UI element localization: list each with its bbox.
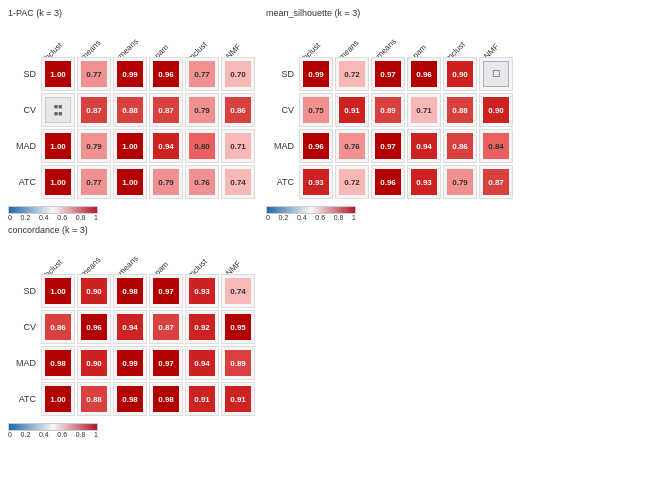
heatmap-cell: 0.71 xyxy=(407,93,441,127)
grid-with-headers: hclustkmeansskmeanspammclustNMFSD0.990.7… xyxy=(266,20,514,221)
heatmap-cell: 1.00 xyxy=(41,382,75,416)
heatmap-cell: 0.93 xyxy=(185,274,219,308)
cell-value: 0.99 xyxy=(303,61,329,87)
cell-value: 0.72 xyxy=(339,169,365,195)
heatmap-cell: 0.93 xyxy=(299,165,333,199)
legend-label: 0.8 xyxy=(76,214,86,221)
heatmap-cell: 0.98 xyxy=(113,382,147,416)
heatmap-cell: 0.91 xyxy=(335,93,369,127)
row-label: ATC xyxy=(8,177,40,187)
cell-value: 0.87 xyxy=(81,97,107,123)
heatmap-cell: 0.79 xyxy=(77,129,111,163)
legend-label: 0.8 xyxy=(334,214,344,221)
heatmap-cell: 0.87 xyxy=(149,310,183,344)
heatmap-cell: 0.90 xyxy=(443,57,477,91)
heatmap-cell: 0.74 xyxy=(221,165,255,199)
row-label: CV xyxy=(8,105,40,115)
legend-bar xyxy=(266,206,356,214)
row-label: ATC xyxy=(266,177,298,187)
table-row: SD0.990.720.970.960.90☐ xyxy=(266,56,514,92)
heatmap-cell: 0.74 xyxy=(221,274,255,308)
heatmap-cell: 0.97 xyxy=(371,57,405,91)
heatmap-cell: 0.96 xyxy=(77,310,111,344)
legend-label: 0.6 xyxy=(315,214,325,221)
heatmap-area: hclustkmeansskmeanspammclustNMFSD1.000.9… xyxy=(8,237,256,438)
cell-value: 0.90 xyxy=(447,61,473,87)
heatmap-cell: 0.77 xyxy=(185,57,219,91)
cell-value: 0.89 xyxy=(375,97,401,123)
heatmap-cell: 1.00 xyxy=(41,165,75,199)
heatmap-cell: 0.98 xyxy=(41,346,75,380)
heatmap-cell: 0.97 xyxy=(371,129,405,163)
cell-value: 0.86 xyxy=(447,133,473,159)
legend-label: 1 xyxy=(352,214,356,221)
legend-label: 0.6 xyxy=(57,214,67,221)
cell-value: 0.76 xyxy=(189,169,215,195)
panel-concordance: concordance (k = 3)hclustkmeansskmeanspa… xyxy=(8,225,256,438)
grid-with-headers: hclustkmeansskmeanspammclustNMFSD1.000.9… xyxy=(8,237,256,438)
heatmap-cell: 0.87 xyxy=(77,93,111,127)
heatmap-cell: 0.76 xyxy=(185,165,219,199)
cell-value: 0.94 xyxy=(153,133,179,159)
cell-value: 0.72 xyxy=(339,61,365,87)
heatmap-cell: 1.00 xyxy=(113,129,147,163)
legend-label: 0.8 xyxy=(76,431,86,438)
heatmap-cell: 0.90 xyxy=(77,274,111,308)
cell-value: 0.93 xyxy=(303,169,329,195)
cell-value: 0.74 xyxy=(225,169,251,195)
legend-label: 0.4 xyxy=(297,214,307,221)
heatmap-cell: 0.97 xyxy=(149,274,183,308)
panel-title: mean_silhouette (k = 3) xyxy=(266,8,360,18)
cell-value: 0.91 xyxy=(339,97,365,123)
heatmap-cell: 0.84 xyxy=(479,129,513,163)
heatmap-cell: 0.89 xyxy=(221,346,255,380)
cell-value: 0.99 xyxy=(117,61,143,87)
legend-label: 0 xyxy=(266,214,270,221)
grid-rows: SD1.000.770.990.960.770.70CV■■■■0.870.88… xyxy=(8,56,256,200)
cell-value: 0.91 xyxy=(189,386,215,412)
legend-wrap: 00.20.40.60.81 xyxy=(266,203,356,221)
cell-value: 0.91 xyxy=(225,386,251,412)
heatmap-cell: 0.76 xyxy=(335,129,369,163)
heatmap-cell: 0.97 xyxy=(149,346,183,380)
heatmap-cell: 0.99 xyxy=(113,346,147,380)
row-label: MAD xyxy=(8,358,40,368)
cell-value: 0.86 xyxy=(45,314,71,340)
row-label: SD xyxy=(8,69,40,79)
legend-label: 1 xyxy=(94,431,98,438)
row-label: MAD xyxy=(266,141,298,151)
cell-value: ■■■■ xyxy=(45,97,71,123)
heatmap-cell: 0.98 xyxy=(113,274,147,308)
cell-value: 0.94 xyxy=(411,133,437,159)
cell-value: 0.86 xyxy=(225,97,251,123)
cell-value: 0.96 xyxy=(303,133,329,159)
legend-labels: 00.20.40.60.81 xyxy=(8,214,98,221)
heatmap-cell: 0.88 xyxy=(113,93,147,127)
cell-value: 0.96 xyxy=(153,61,179,87)
heatmap-cell: 0.93 xyxy=(407,165,441,199)
row-label: SD xyxy=(8,286,40,296)
row-label: ATC xyxy=(8,394,40,404)
legend-bar xyxy=(8,206,98,214)
legend-labels: 00.20.40.60.81 xyxy=(8,431,98,438)
cell-value: 0.87 xyxy=(483,169,509,195)
cell-value: 0.89 xyxy=(225,350,251,376)
cell-value: 0.90 xyxy=(81,278,107,304)
heatmap-cell: 0.90 xyxy=(479,93,513,127)
cell-value: 0.70 xyxy=(225,61,251,87)
cell-value: 0.87 xyxy=(153,314,179,340)
heatmap-cell: 0.80 xyxy=(185,129,219,163)
cell-value: 0.84 xyxy=(483,133,509,159)
cell-value: 1.00 xyxy=(45,133,71,159)
heatmap-cell: 0.89 xyxy=(371,93,405,127)
grid-rows: SD1.000.900.980.970.930.74CV0.860.960.94… xyxy=(8,273,256,417)
legend-wrap: 00.20.40.60.81 xyxy=(8,203,98,221)
cell-value: 0.99 xyxy=(117,350,143,376)
table-row: ATC1.000.880.980.980.910.91 xyxy=(8,381,256,417)
heatmap-cell: 0.98 xyxy=(149,382,183,416)
legend-label: 0.2 xyxy=(279,214,289,221)
legend-label: 0.6 xyxy=(57,431,67,438)
heatmap-cell: 0.95 xyxy=(221,310,255,344)
cell-value: 0.90 xyxy=(483,97,509,123)
cell-value: 0.80 xyxy=(189,133,215,159)
